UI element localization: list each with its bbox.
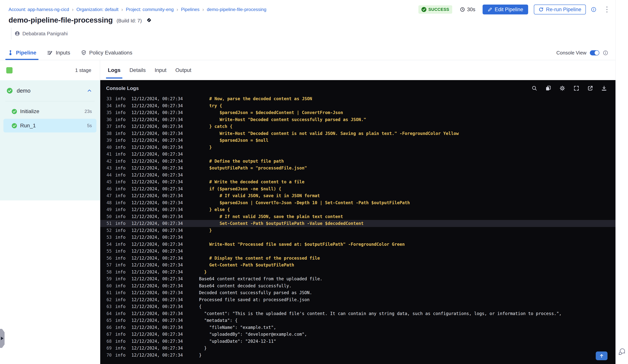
edit-pipeline-button[interactable]: Edit Pipeline [482,4,528,14]
log-line-number: 36 [106,117,112,122]
console-view-toggle[interactable] [590,50,599,55]
log-line: 48info12/12/2024, 00:27:34 $parsedJson |… [100,199,616,206]
log-level: info [115,103,126,108]
log-level: info [115,124,126,129]
log-timestamp: 12/12/2024, 00:27:34 [131,270,183,274]
log-line: 70info12/12/2024, 00:27:34} [100,352,616,359]
log-body[interactable]: 33info12/12/2024, 00:27:34 # Now, parse … [100,96,616,364]
log-tabs: LogsDetailsInputOutput [100,60,616,80]
download-icon[interactable] [601,85,607,91]
log-timestamp: 12/12/2024, 00:27:34 [131,193,183,198]
tab-pipeline[interactable]: Pipeline [7,46,36,60]
stage-status-square-icon [6,67,12,73]
step-duration: 23s [84,109,92,114]
log-level: info [115,159,126,164]
log-line: 58info12/12/2024, 00:27:34 } [100,269,616,276]
log-level: info [115,346,126,351]
step-name: Initialize [20,108,84,114]
step-row-initialize[interactable]: Initialize23s [3,106,96,117]
scroll-to-top-button[interactable] [596,352,608,360]
settings-gear-icon[interactable] [559,85,565,91]
log-timestamp: 12/12/2024, 00:27:34 [131,200,183,205]
breadcrumb-link[interactable]: Account: app-harness-ng-cicd [8,7,69,12]
breadcrumb-link[interactable]: Organization: default [77,7,118,12]
refresh-icon [538,7,544,12]
log-level: info [115,200,126,205]
stage-success-check-icon [7,88,12,94]
log-line-number: 33 [106,96,112,101]
console-view-label: Console View [556,50,586,56]
breadcrumb-link[interactable]: demo-pipeline-file-processing [207,7,267,12]
step-row-run_1[interactable]: Run_15s [3,119,96,133]
step-success-check-icon [12,109,17,114]
log-message: } [199,145,212,150]
top-bar: Account: app-harness-ng-cicd›Organizatio… [8,4,608,15]
status-badge-label: SUCCESS [428,7,449,12]
log-message: Write-Host "Decoded content is not valid… [199,131,459,136]
tab-policy-evaluations[interactable]: Policy Evaluations [81,46,132,60]
open-in-new-icon[interactable] [587,85,593,91]
console-title: Console Logs [106,85,531,91]
tab-inputs[interactable]: Inputs [47,46,70,60]
log-message: } [199,270,207,274]
expand-panel-handle[interactable] [0,329,4,348]
log-message: } [199,346,207,351]
breadcrumb-link[interactable]: Pipelines [181,7,199,12]
log-level: info [115,172,126,177]
harness-diamond-icon[interactable] [146,17,153,23]
log-tab-input[interactable]: Input [155,60,166,80]
log-tab-output[interactable]: Output [175,60,191,80]
build-id-label: (Build Id: 7) [117,18,142,24]
fullscreen-icon[interactable] [573,85,579,91]
log-tab-logs[interactable]: Logs [108,60,121,80]
search-icon[interactable] [531,85,538,91]
log-line: 59info12/12/2024, 00:27:34Base64 content… [100,275,616,282]
log-line: 64info12/12/2024, 00:27:34 "content": "T… [100,310,616,317]
breadcrumb-separator: › [121,7,123,12]
more-options-menu[interactable] [606,6,608,13]
breadcrumb-link[interactable]: Project: community-eng [126,7,174,12]
log-line-number: 39 [106,138,112,143]
log-line-number: 41 [106,152,112,156]
log-line: 50info12/12/2024, 00:27:34 # If not vali… [100,213,616,220]
log-level: info [115,235,126,240]
log-timestamp: 12/12/2024, 00:27:34 [131,276,183,281]
breadcrumb-separator: › [202,7,204,12]
duration-value: 30s [467,7,475,12]
log-message: Write-Host "Processed file saved at: $ou… [199,242,405,247]
log-line: 44info12/12/2024, 00:27:34 [100,172,616,179]
log-timestamp: 12/12/2024, 00:27:34 [131,353,183,358]
log-level: info [115,256,126,261]
step-duration: 5s [87,123,92,128]
log-level: info [115,221,126,226]
log-timestamp: 12/12/2024, 00:27:34 [131,325,183,330]
pipeline-info-icon[interactable] [591,7,597,12]
rerun-pipeline-button[interactable]: Re-run Pipeline [534,4,586,14]
log-line: 55info12/12/2024, 00:27:34 [100,248,616,255]
log-line-number: 57 [106,262,112,267]
log-line: 69info12/12/2024, 00:27:34 } [100,345,616,352]
stage-row-demo[interactable]: demo [0,80,100,101]
log-line-number: 43 [106,165,112,170]
log-line-number: 62 [106,297,112,302]
log-line: 43info12/12/2024, 00:27:34 $outputFilePa… [100,164,616,172]
log-line-number: 60 [106,283,112,288]
log-level: info [115,165,126,170]
title-row: demo-pipeline-file-processing (Build Id:… [8,16,153,24]
log-timestamp: 12/12/2024, 00:27:34 [131,152,183,156]
log-message: "metadata": { [199,318,237,323]
log-level: info [115,325,126,330]
log-message: } [199,228,212,233]
log-timestamp: 12/12/2024, 00:27:34 [131,124,183,129]
log-line: 52info12/12/2024, 00:27:34 } [100,227,616,234]
copy-icon[interactable] [545,85,551,91]
log-line: 62info12/12/2024, 00:27:34Processed file… [100,296,616,303]
log-tab-details[interactable]: Details [130,60,146,80]
log-line: 38info12/12/2024, 00:27:34 Write-Host "D… [100,130,616,137]
log-level: info [115,339,126,344]
support-chat-icon[interactable] [618,348,626,356]
chevron-up-icon[interactable] [86,88,92,94]
console-view-info-icon[interactable] [603,50,608,56]
log-line-number: 63 [106,304,112,309]
console-view-control: Console View [556,46,608,60]
